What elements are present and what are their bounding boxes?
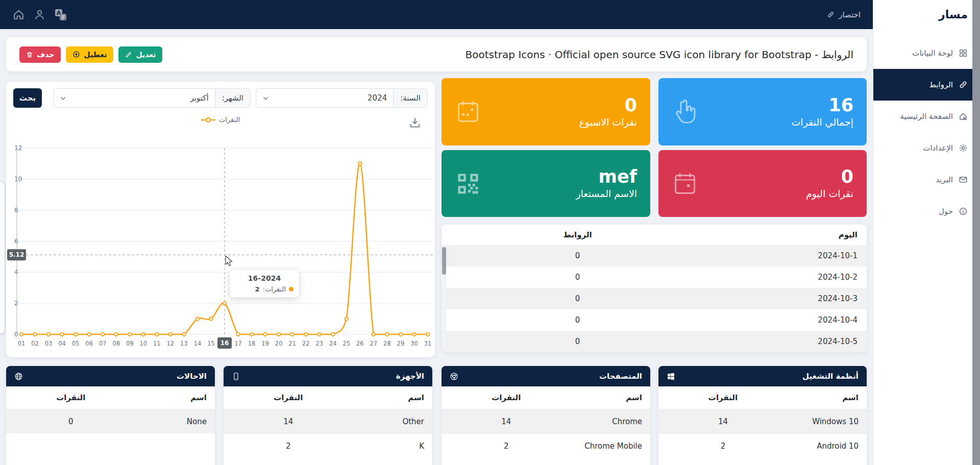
sidebar-item-about[interactable]: حول xyxy=(873,195,980,227)
info-icon xyxy=(959,207,968,216)
card-header: الأجهزة xyxy=(224,366,432,386)
tooltip-series-value: 2 xyxy=(255,285,259,293)
chevron-down-icon xyxy=(262,95,269,102)
svg-text:0: 0 xyxy=(14,331,18,338)
today-clicks-card: 0 نقرات اليوم xyxy=(658,150,867,217)
download-icon[interactable] xyxy=(408,116,422,130)
chrome-icon xyxy=(450,372,458,381)
chevron-down-icon xyxy=(60,95,66,102)
user-icon[interactable] xyxy=(33,8,46,21)
breakdown-table-header: اسم النقرات xyxy=(6,386,215,409)
sidebar-item-label: البريد xyxy=(936,175,953,184)
drawer-handle[interactable] xyxy=(0,182,5,334)
svg-text:22: 22 xyxy=(302,340,310,347)
svg-text:18: 18 xyxy=(248,340,256,347)
sidebar-item-dashboard[interactable]: لوحة البيانات xyxy=(873,37,980,69)
page-title: الروابط - Bootstrap Icons · Official ope… xyxy=(465,48,853,61)
phone-icon xyxy=(232,372,240,381)
daily-table-header: اليوم الروابط xyxy=(442,225,867,245)
clicks-chart-card: السنة: 2024 الشهر: أكتوبر بحث xyxy=(6,82,435,357)
svg-text:03: 03 xyxy=(45,340,53,347)
svg-text:21: 21 xyxy=(288,340,296,347)
link-header-card: الروابط - Bootstrap Icons · Official ope… xyxy=(6,37,867,71)
breakdown-table-header: اسم النقرات xyxy=(658,386,867,409)
svg-text:2: 2 xyxy=(14,300,18,307)
card-header: أنظمة التشغيل xyxy=(658,366,867,386)
tooltip-series-row: النقرات: 2 xyxy=(235,285,293,293)
svg-text:24: 24 xyxy=(329,340,337,347)
sidebar: مسار لوحة البيانات الروابط xyxy=(873,0,980,465)
sidebar-item-label: الصفحة الرئيسية xyxy=(900,112,953,121)
chart-legend[interactable]: النقرات xyxy=(6,116,435,124)
sidebar-item-label: الإعدادات xyxy=(923,143,953,153)
table-row: 2024-10-3 0 xyxy=(442,288,867,309)
link-icon xyxy=(827,11,835,18)
svg-text:29: 29 xyxy=(397,340,405,347)
table-row: 2024-10-2 0 xyxy=(442,266,867,288)
today-clicks-value: 0 xyxy=(841,168,853,186)
home-icon[interactable] xyxy=(12,8,25,21)
svg-text:27: 27 xyxy=(370,340,378,347)
svg-text:07: 07 xyxy=(99,340,107,347)
total-clicks-card: 16 إجمالي النقرات xyxy=(658,78,867,145)
navbar-icons: A xyxy=(12,8,67,21)
page-scrollbar[interactable] xyxy=(972,0,980,465)
breakdown-table-header: اسم النقرات xyxy=(442,386,650,409)
app-root: اختصار A xyxy=(0,0,980,465)
house-gear-icon xyxy=(959,112,968,121)
sidebar-item-label: حول xyxy=(939,207,953,216)
sidebar-item-homepage[interactable]: الصفحة الرئيسية xyxy=(873,101,980,132)
operating-systems-card: أنظمة التشغيل اسم النقرات Windows 10 14 … xyxy=(658,366,867,465)
svg-text:08: 08 xyxy=(112,340,120,347)
disable-button[interactable]: تعطيل xyxy=(66,46,113,63)
brand-logo[interactable]: مسار xyxy=(873,0,980,29)
table-row: Windows 10 14 xyxy=(658,409,867,433)
column-links: الروابط xyxy=(442,230,714,239)
delete-button[interactable]: حذف xyxy=(19,46,61,63)
sidebar-item-links[interactable]: الروابط xyxy=(873,69,980,101)
search-button[interactable]: بحث xyxy=(13,88,42,108)
year-filter-group: السنة: 2024 xyxy=(256,88,428,108)
svg-text:19: 19 xyxy=(261,340,269,347)
total-clicks-value: 16 xyxy=(828,96,853,114)
gear-icon xyxy=(959,143,968,153)
card-title: المتصفحات xyxy=(599,372,642,381)
table-row: Other 14 xyxy=(224,409,432,433)
week-clicks-label: نقرات الاسبوع xyxy=(579,116,637,128)
envelope-icon xyxy=(959,175,968,184)
sidebar-item-mail[interactable]: البريد xyxy=(873,164,980,195)
year-select[interactable]: 2024 xyxy=(256,88,393,108)
legend-marker-icon xyxy=(201,117,215,123)
globe-icon xyxy=(14,372,23,381)
svg-text:10: 10 xyxy=(139,340,147,347)
svg-text:14: 14 xyxy=(194,340,202,347)
svg-text:4: 4 xyxy=(14,268,18,276)
edit-button[interactable]: تعديل xyxy=(118,46,162,63)
svg-text:02: 02 xyxy=(31,340,39,347)
alias-value: mef xyxy=(599,168,637,186)
clicks-line-chart[interactable]: 0246810120102030405060708091011121314151… xyxy=(6,130,435,357)
sidebar-item-label: الروابط xyxy=(929,80,953,89)
translate-icon[interactable]: A xyxy=(54,8,67,21)
record-circle-icon xyxy=(72,51,80,58)
svg-text:12: 12 xyxy=(167,340,175,347)
svg-text:25: 25 xyxy=(342,340,350,347)
svg-text:11: 11 xyxy=(153,340,161,347)
chart-tooltip: 16-2024 النقرات: 2 xyxy=(230,270,299,298)
hand-pointer-icon xyxy=(672,98,699,126)
chart-filters: السنة: 2024 الشهر: أكتوبر بحث xyxy=(13,88,428,108)
card-header: الاحالات xyxy=(6,366,215,386)
sidebar-item-settings[interactable]: الإعدادات xyxy=(873,132,980,164)
month-select[interactable]: أكتوبر xyxy=(53,88,215,108)
shortcut-link[interactable]: اختصار xyxy=(827,10,861,19)
svg-text:12: 12 xyxy=(14,144,22,152)
table-row: Chrome 14 xyxy=(442,409,650,433)
svg-text:16: 16 xyxy=(220,339,229,347)
tooltip-title: 16-2024 xyxy=(235,274,293,282)
link-icon xyxy=(959,80,968,89)
alias-label: الاسم المستعار xyxy=(576,188,637,199)
svg-text:31: 31 xyxy=(424,340,432,347)
svg-text:23: 23 xyxy=(315,340,323,347)
tooltip-series-label: النقرات: xyxy=(263,285,286,293)
table-scrollbar-thumb[interactable] xyxy=(442,247,446,275)
